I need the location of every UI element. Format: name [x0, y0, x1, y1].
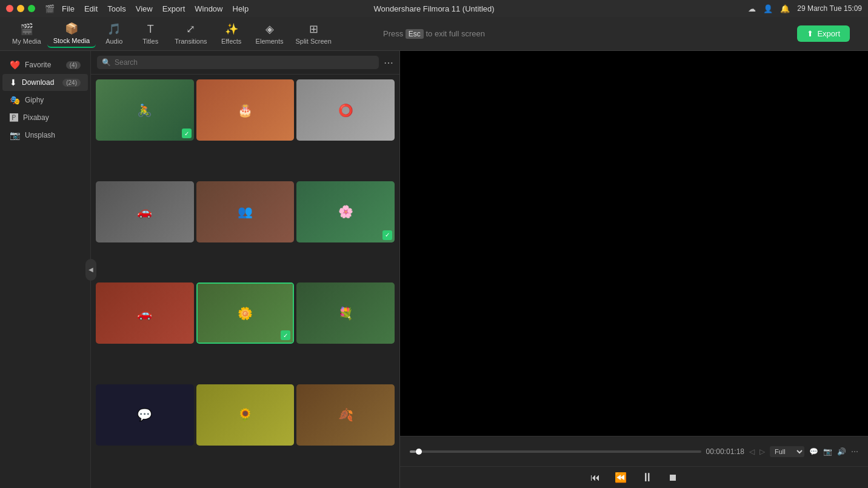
- exit-text: to exit full screen: [426, 29, 485, 38]
- stock-media-label: Stock Media: [53, 37, 90, 44]
- media-grid: 🚴✓🎂⭕🚗👥🌸✓🚗🌼✓💐💬🌻🍂: [91, 75, 399, 488]
- toolbar-btn-stock-media[interactable]: 📦Stock Media: [47, 19, 96, 48]
- search-input[interactable]: [115, 58, 374, 67]
- media-thumb-people: 👥: [196, 181, 295, 242]
- window-controls[interactable]: [6, 5, 35, 12]
- subtitle-icon[interactable]: 💬: [809, 447, 818, 456]
- more-icon[interactable]: ⋯: [851, 447, 858, 456]
- menu-bar[interactable]: FileEditToolsViewExportWindowHelp: [62, 4, 249, 13]
- media-thumb-flowers2: 💐: [296, 282, 395, 344]
- app-icon: 🎬: [45, 4, 55, 13]
- favorite-label: Favorite: [25, 61, 51, 69]
- media-thumb-bike: 🚴: [96, 79, 194, 141]
- media-item-cake[interactable]: 🎂: [196, 79, 295, 141]
- unsplash-label: Unsplash: [25, 131, 55, 139]
- menu-item-tools[interactable]: Tools: [107, 4, 125, 13]
- media-item-people[interactable]: 👥: [196, 181, 295, 242]
- media-item-flowers1[interactable]: 🌸✓: [296, 181, 395, 242]
- media-item-leaves[interactable]: 🍂: [296, 384, 395, 446]
- screenshot-icon[interactable]: 📷: [823, 447, 832, 456]
- media-thumb-flowers1: 🌸: [296, 181, 395, 242]
- download-label: Download: [22, 78, 54, 87]
- progress-bar[interactable]: [410, 450, 701, 453]
- export-button[interactable]: ⬆ Export: [797, 25, 850, 42]
- preview-screen: [400, 51, 868, 436]
- zoom-select[interactable]: Full 50% 75% 150%: [770, 446, 804, 457]
- skip-back-button[interactable]: ⏮: [588, 470, 603, 486]
- menu-item-view[interactable]: View: [136, 4, 153, 13]
- media-item-flowers2[interactable]: 💐: [296, 282, 395, 344]
- media-thumb-yellow: 🌻: [196, 384, 295, 446]
- toolbar-btn-effects[interactable]: ✨Effects: [213, 20, 250, 47]
- transitions-icon: ⤢: [186, 22, 195, 36]
- media-thumb-discord: 💬: [96, 384, 194, 446]
- preview-controls: 00:00:01:18 ◁ ▷ Full 50% 75% 150% 💬 📷 🔊 …: [400, 436, 868, 466]
- toolbar-btn-elements[interactable]: ◈Elements: [250, 20, 290, 47]
- media-item-yellow[interactable]: 🌻: [196, 384, 295, 446]
- time-display: 00:00:01:18: [706, 447, 744, 456]
- media-item-bike[interactable]: 🚴✓: [96, 79, 194, 141]
- download-icon: ⬇: [10, 78, 17, 87]
- sidebar-item-unsplash[interactable]: 📷Unsplash: [2, 127, 88, 144]
- preview-right-controls: Full 50% 75% 150% 💬 📷 🔊 ⋯: [770, 446, 858, 457]
- left-panel: ◀ ❤️Favorite(4)⬇Download(24)🎭Giphy🅿Pixab…: [0, 51, 400, 488]
- account-icon[interactable]: 👤: [763, 4, 773, 13]
- media-item-discord[interactable]: 💬: [96, 384, 194, 446]
- esc-key: Esc: [406, 29, 424, 39]
- media-thumb-circle: ⭕: [296, 79, 395, 141]
- media-item-redcar[interactable]: 🚗: [96, 282, 194, 344]
- play-back-button[interactable]: ⏪: [612, 469, 629, 486]
- media-item-dandelion[interactable]: 🌼✓: [196, 282, 295, 344]
- sidebar-item-favorite[interactable]: ❤️Favorite(4): [2, 56, 88, 73]
- menu-item-file[interactable]: File: [62, 4, 75, 13]
- pixabay-label: Pixabay: [23, 113, 49, 122]
- grid-view-icon[interactable]: ⋯: [384, 57, 393, 69]
- preview-panel: 00:00:01:18 ◁ ▷ Full 50% 75% 150% 💬 📷 🔊 …: [400, 51, 868, 488]
- unsplash-icon: 📷: [10, 130, 20, 140]
- media-check-flowers1: ✓: [382, 230, 392, 240]
- media-grid-area: 🔍 ⋯ 🚴✓🎂⭕🚗👥🌸✓🚗🌼✓💐💬🌻🍂: [91, 51, 399, 488]
- favorite-count: (4): [66, 61, 81, 69]
- main-content: ◀ ❤️Favorite(4)⬇Download(24)🎭Giphy🅿Pixab…: [0, 51, 868, 488]
- sidebar-collapse-btn[interactable]: ◀: [85, 259, 96, 281]
- minimize-button[interactable]: [17, 5, 24, 12]
- toolbar-btn-split-screen[interactable]: ⊞Split Screen: [289, 20, 337, 47]
- media-item-circle[interactable]: ⭕: [296, 79, 395, 141]
- stop-button[interactable]: ⏹: [666, 470, 680, 486]
- nav-prev-icon: ◁: [749, 447, 755, 456]
- sidebar-item-giphy[interactable]: 🎭Giphy: [2, 92, 88, 109]
- export-icon: ⬆: [807, 29, 813, 38]
- media-item-car[interactable]: 🚗: [96, 181, 194, 242]
- sidebar-item-pixabay[interactable]: 🅿Pixabay: [2, 109, 88, 126]
- menu-item-export[interactable]: Export: [162, 4, 185, 13]
- menu-item-window[interactable]: Window: [195, 4, 222, 13]
- elements-label: Elements: [256, 38, 284, 45]
- toolbar-btn-titles[interactable]: TTitles: [132, 21, 169, 47]
- menu-item-help[interactable]: Help: [233, 4, 249, 13]
- stock-media-icon: 📦: [65, 22, 78, 35]
- download-count: (24): [62, 79, 81, 87]
- media-toolbar: 🔍 ⋯: [91, 51, 399, 75]
- close-button[interactable]: [6, 5, 13, 12]
- toolbar-btn-transitions[interactable]: ⤢Transitions: [169, 20, 213, 47]
- toolbar-btn-audio[interactable]: 🎵Audio: [96, 20, 132, 47]
- menu-item-edit[interactable]: Edit: [84, 4, 98, 13]
- window-title: Wondershare Filmora 11 (Untitled): [373, 4, 494, 13]
- search-icon: 🔍: [102, 58, 111, 67]
- giphy-icon: 🎭: [10, 95, 20, 105]
- giphy-label: Giphy: [25, 96, 44, 104]
- play-pause-button[interactable]: ⏸: [639, 468, 656, 487]
- media-check-dandelion: ✓: [281, 330, 290, 340]
- sidebar-item-download[interactable]: ⬇Download(24): [2, 74, 88, 91]
- split-screen-icon: ⊞: [309, 22, 318, 36]
- fullscreen-button[interactable]: [28, 5, 35, 12]
- toolbar-btn-my-media[interactable]: 🎬My Media: [6, 20, 47, 47]
- export-label: Export: [817, 29, 840, 38]
- my-media-icon: 🎬: [20, 22, 33, 36]
- notification-icon[interactable]: 🔔: [780, 4, 790, 13]
- nav-next-icon: ▷: [760, 447, 765, 456]
- split-screen-label: Split Screen: [295, 38, 331, 45]
- volume-icon[interactable]: 🔊: [837, 447, 846, 456]
- main-toolbar: 🎬My Media📦Stock Media🎵AudioTTitles⤢Trans…: [0, 17, 868, 51]
- search-box: 🔍: [97, 56, 379, 69]
